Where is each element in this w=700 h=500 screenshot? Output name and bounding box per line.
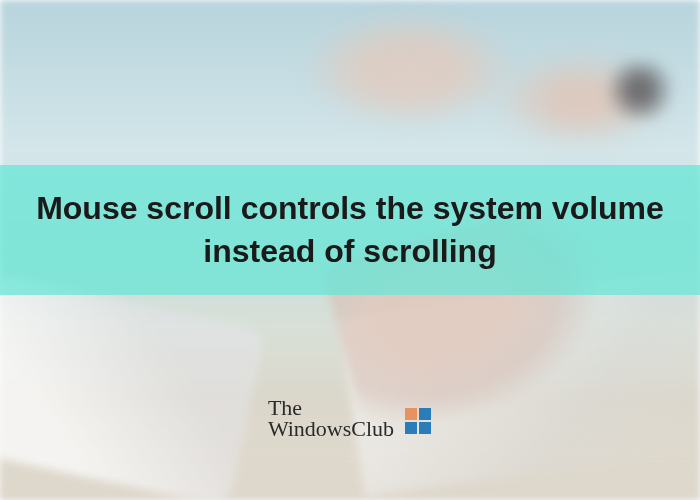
logo-line-2: WindowsClub — [268, 419, 394, 440]
logo-quadrant — [405, 422, 417, 434]
logo-quadrant — [419, 422, 431, 434]
logo-quadrant — [419, 408, 431, 420]
site-logo: The WindowsClub — [0, 398, 700, 440]
logo-quadrant — [405, 408, 417, 420]
laptop-blur — [0, 273, 266, 500]
windows-logo-icon — [404, 407, 432, 435]
watch-blur — [600, 60, 680, 120]
title-banner: Mouse scroll controls the system volume … — [0, 165, 700, 295]
logo-text: The WindowsClub — [268, 398, 394, 440]
title-text: Mouse scroll controls the system volume … — [0, 187, 700, 273]
hand-top-blur — [300, 10, 520, 130]
